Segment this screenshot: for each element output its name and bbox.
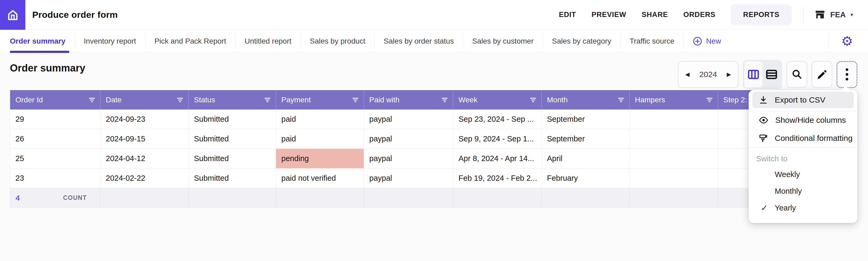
switch-weekly-option[interactable]: Weekly xyxy=(749,166,857,183)
settings-gear-icon[interactable]: ⚙ xyxy=(841,35,853,48)
cell-hampers xyxy=(629,149,718,169)
filter-icon[interactable] xyxy=(177,98,183,102)
previous-year-button[interactable]: ◀ xyxy=(685,71,689,78)
plus-circle-icon xyxy=(693,36,702,46)
filter-icon[interactable] xyxy=(265,98,271,102)
count-value[interactable]: 4 xyxy=(16,193,20,202)
export-to-csv-item[interactable]: Export to CSV xyxy=(752,92,854,108)
kebab-icon xyxy=(845,68,849,81)
paint-roller-icon xyxy=(759,134,768,143)
preview-button[interactable]: PREVIEW xyxy=(591,11,626,19)
cell-date: 2024-09-23 xyxy=(100,110,189,129)
more-options-button[interactable] xyxy=(837,61,857,88)
cell-order-id: 29 xyxy=(10,110,100,129)
tab-sales-by-customer[interactable]: Sales by customer xyxy=(463,30,542,52)
column-label: Order Id xyxy=(16,96,43,104)
orders-button[interactable]: ORDERS xyxy=(683,11,715,19)
cell-week: Feb 19, 2024 - Feb 2... xyxy=(453,169,541,188)
column-header-payment[interactable]: Payment xyxy=(276,90,364,110)
column-header-hampers[interactable]: Hampers xyxy=(629,90,718,110)
columns-icon xyxy=(747,68,760,80)
cell-paid-with: paypal xyxy=(364,169,453,188)
report-content: Order summary ◀ 2024 ▶ xyxy=(0,53,868,261)
search-icon xyxy=(791,69,803,80)
cell-payment: paid xyxy=(276,110,364,129)
switch-to-label: Switch to xyxy=(749,151,857,166)
store-icon xyxy=(814,9,826,21)
filter-icon[interactable] xyxy=(618,98,624,102)
check-icon: ✓ xyxy=(761,203,768,213)
table-row[interactable]: 26 2024-09-15 Submitted paid paypal Sep … xyxy=(10,129,765,149)
tab-untitled-report[interactable]: Untitled report xyxy=(236,30,301,52)
tab-sales-by-order-status[interactable]: Sales by order status xyxy=(375,30,463,52)
order-summary-table: Order Id Date Status Payment Paid with W… xyxy=(10,90,765,208)
filter-icon[interactable] xyxy=(442,98,447,102)
new-report-tab[interactable]: New xyxy=(684,30,730,52)
eye-icon xyxy=(759,115,768,125)
column-header-month[interactable]: Month xyxy=(541,90,629,110)
table-row[interactable]: 23 2024-02-22 Submitted paid not verifie… xyxy=(10,169,765,188)
tab-pick-and-pack[interactable]: Pick and Pack Report xyxy=(146,30,235,52)
yearly-label: Yearly xyxy=(775,203,796,212)
table-row[interactable]: 29 2024-09-23 Submitted paid paypal Sep … xyxy=(10,110,765,129)
pencil-icon xyxy=(816,69,828,80)
home-button[interactable] xyxy=(0,0,25,30)
column-header-status[interactable]: Status xyxy=(189,90,276,110)
year-navigator: ◀ 2024 ▶ xyxy=(678,61,739,88)
cell-hampers xyxy=(629,129,718,149)
next-year-button[interactable]: ▶ xyxy=(727,71,731,78)
weekly-label: Weekly xyxy=(775,170,800,179)
new-report-label: New xyxy=(706,37,721,45)
tab-inventory-report[interactable]: Inventory report xyxy=(75,30,145,52)
cell-date: 2024-09-15 xyxy=(100,129,189,149)
cell-hampers xyxy=(629,169,718,188)
cell-payment: paid not verified xyxy=(276,169,364,188)
cell-month: September xyxy=(541,129,629,149)
tab-order-summary[interactable]: Order summary xyxy=(10,30,74,52)
edit-button[interactable]: EDIT xyxy=(559,11,576,19)
table-row[interactable]: 25 2024-04-12 Submitted pending paypal A… xyxy=(10,149,765,169)
column-label: Payment xyxy=(281,96,311,104)
filter-icon[interactable] xyxy=(352,98,358,102)
cell-paid-with: paypal xyxy=(364,129,453,149)
column-header-week[interactable]: Week xyxy=(453,90,541,110)
cell-status: Submitted xyxy=(189,129,276,149)
column-label: Paid with xyxy=(369,96,400,104)
cell-order-id: 26 xyxy=(10,129,100,149)
edit-report-button[interactable] xyxy=(811,61,832,88)
footer-cell xyxy=(100,188,189,208)
show-hide-columns-item[interactable]: Show/Hide columns xyxy=(749,111,857,129)
top-nav: EDIT PREVIEW SHARE ORDERS REPORTS xyxy=(559,4,792,25)
column-label: Month xyxy=(547,96,568,104)
tab-traffic-source[interactable]: Traffic source xyxy=(620,30,683,52)
filter-icon[interactable] xyxy=(530,98,536,102)
tab-sales-by-category[interactable]: Sales by category xyxy=(543,30,620,52)
column-view-button[interactable] xyxy=(744,62,763,87)
filter-icon[interactable] xyxy=(707,98,712,102)
switch-monthly-option[interactable]: Monthly xyxy=(749,183,857,199)
footer-cell xyxy=(276,188,364,208)
tab-sales-by-product[interactable]: Sales by product xyxy=(301,30,375,52)
cell-month: February xyxy=(541,169,629,188)
export-to-csv-label: Export to CSV xyxy=(775,96,825,105)
account-menu[interactable]: FEA ▾ xyxy=(814,9,853,21)
cell-paid-with: paypal xyxy=(364,149,453,169)
conditional-formatting-item[interactable]: Conditional formatting xyxy=(749,129,857,147)
cell-payment-pending: pending xyxy=(276,149,364,169)
download-icon xyxy=(759,96,768,105)
share-button[interactable]: SHARE xyxy=(642,11,668,19)
column-label: Week xyxy=(459,96,477,104)
rows-icon xyxy=(766,68,778,80)
column-header-paid-with[interactable]: Paid with xyxy=(364,90,453,110)
column-header-date[interactable]: Date xyxy=(100,90,189,110)
row-view-button[interactable] xyxy=(763,62,781,87)
filter-icon[interactable] xyxy=(89,98,95,102)
reports-button[interactable]: REPORTS xyxy=(731,4,792,25)
footer-cell xyxy=(364,188,453,208)
switch-yearly-option[interactable]: ✓ Yearly xyxy=(749,199,857,216)
report-tabs: Order summary Inventory report Pick and … xyxy=(0,30,868,52)
cell-hampers xyxy=(629,110,718,129)
column-header-order-id[interactable]: Order Id xyxy=(10,90,100,110)
search-button[interactable] xyxy=(786,61,807,88)
cell-status: Submitted xyxy=(189,149,276,169)
